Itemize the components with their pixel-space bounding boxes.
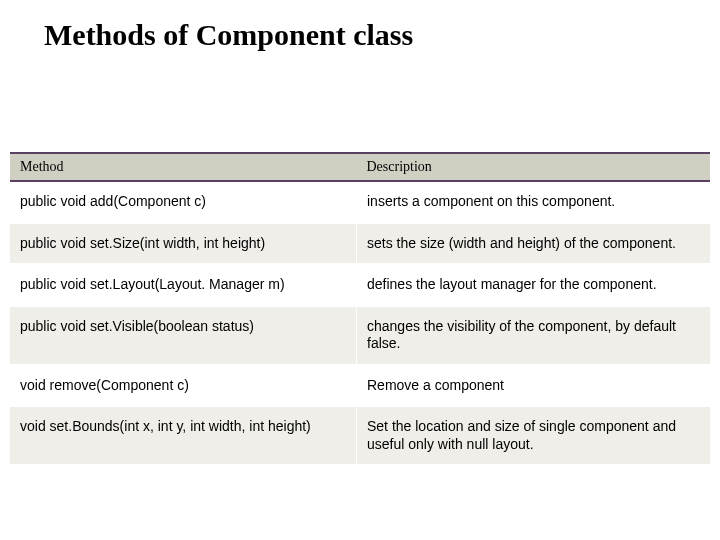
cell-method: void remove(Component c): [10, 365, 357, 407]
cell-method: public void add(Component c): [10, 181, 357, 223]
table-header-row: Method Description: [10, 153, 710, 181]
table-row: void remove(Component c) Remove a compon…: [10, 365, 710, 407]
col-header-description: Description: [357, 153, 711, 181]
table-row: public void set.Visible(boolean status) …: [10, 306, 710, 365]
cell-desc: sets the size (width and height) of the …: [357, 223, 711, 265]
table-row: void set.Bounds(int x, int y, int width,…: [10, 406, 710, 465]
slide: Methods of Component class Method Descri…: [0, 0, 720, 540]
table-row: public void set.Size(int width, int heig…: [10, 223, 710, 265]
cell-desc: Set the location and size of single comp…: [357, 406, 711, 465]
cell-method: void set.Bounds(int x, int y, int width,…: [10, 406, 357, 465]
cell-desc: Remove a component: [357, 365, 711, 407]
slide-title: Methods of Component class: [44, 18, 710, 52]
cell-method: public void set.Visible(boolean status): [10, 306, 357, 365]
cell-desc: defines the layout manager for the compo…: [357, 264, 711, 306]
col-header-method: Method: [10, 153, 357, 181]
cell-method: public void set.Size(int width, int heig…: [10, 223, 357, 265]
cell-desc: inserts a component on this component.: [357, 181, 711, 223]
cell-desc: changes the visibility of the component,…: [357, 306, 711, 365]
table-row: public void set.Layout(Layout. Manager m…: [10, 264, 710, 306]
methods-table: Method Description public void add(Compo…: [10, 152, 710, 466]
cell-method: public void set.Layout(Layout. Manager m…: [10, 264, 357, 306]
table-row: public void add(Component c) inserts a c…: [10, 181, 710, 223]
methods-table-wrap: Method Description public void add(Compo…: [10, 152, 710, 466]
